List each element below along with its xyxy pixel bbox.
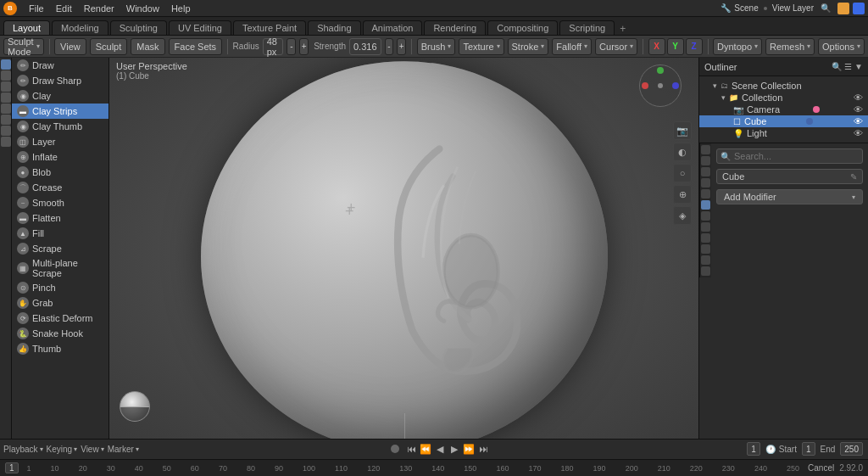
prop-tab-world[interactable]: [701, 189, 710, 199]
options-dropdown[interactable]: Options▾: [818, 38, 865, 55]
tab-scripting[interactable]: Scripting: [559, 20, 615, 35]
x-constraint[interactable]: X: [648, 38, 665, 55]
scene-light-item[interactable]: 💡 Light 👁: [699, 127, 868, 139]
brush-clay[interactable]: ◉ Clay: [12, 88, 108, 104]
gizmo-circle[interactable]: [639, 64, 682, 107]
sculpt-menu[interactable]: Sculpt: [90, 38, 128, 55]
left-tool-7[interactable]: [1, 126, 11, 136]
prop-tab-particles[interactable]: [701, 222, 710, 232]
brush-fill[interactable]: ▲ Fill: [12, 226, 108, 241]
scene-camera-item[interactable]: 📷 Camera 👁: [699, 104, 868, 115]
outliner-funnel-icon[interactable]: ▼: [854, 62, 863, 71]
strength-decrease[interactable]: -: [385, 38, 394, 55]
viewport-gizmo[interactable]: [639, 64, 690, 115]
brush-elastic-deform[interactable]: ⟳ Elastic Deform: [12, 311, 108, 326]
left-tool-3[interactable]: [1, 81, 11, 92]
brush-multiplane-scrape[interactable]: ▦ Multi-plane Scrape: [12, 256, 108, 280]
step-back-button[interactable]: ⏪: [419, 442, 432, 456]
gizmo-y-axis[interactable]: [657, 67, 664, 74]
prop-tab-output[interactable]: [701, 156, 710, 165]
tab-sculpting[interactable]: Sculpting: [110, 20, 167, 35]
scene-collection-root[interactable]: ▾ 🗂 Scene Collection: [699, 80, 868, 92]
radius-increase[interactable]: +: [299, 38, 309, 55]
brush-layer[interactable]: ◫ Layer: [12, 134, 108, 149]
current-frame-display[interactable]: 1: [747, 442, 760, 456]
object-name-field[interactable]: Cube ✎: [716, 169, 863, 184]
brush-blob[interactable]: ● Blob: [12, 165, 108, 180]
left-tool-5[interactable]: [1, 104, 11, 114]
left-tool-4[interactable]: [1, 92, 11, 103]
prop-tab-view-layer[interactable]: [701, 167, 710, 176]
menu-edit[interactable]: Edit: [51, 0, 77, 17]
outliner-filter-icon[interactable]: 🔍: [832, 62, 842, 71]
left-tool-2[interactable]: [1, 70, 11, 81]
texture-dropdown[interactable]: Texture▾: [459, 38, 504, 55]
prop-tab-object[interactable]: [701, 200, 710, 210]
left-tool-8[interactable]: [1, 137, 11, 147]
prop-tab-constraints[interactable]: [701, 244, 710, 254]
tab-modeling[interactable]: Modeling: [52, 20, 108, 35]
prop-tab-data[interactable]: [701, 255, 710, 265]
y-constraint[interactable]: Y: [667, 38, 684, 55]
camera-visibility-icon[interactable]: 👁: [854, 104, 863, 115]
cursor-dropdown[interactable]: Cursor▾: [595, 38, 637, 55]
scene-collection-item[interactable]: ▾ 📁 Collection 👁: [699, 92, 868, 104]
menu-help[interactable]: Help: [166, 0, 196, 17]
brush-snake-hook[interactable]: 🐍 Snake Hook: [12, 326, 108, 341]
tab-compositing[interactable]: Compositing: [487, 20, 558, 35]
radius-input[interactable]: 48 px: [263, 38, 284, 55]
brush-crease[interactable]: ⌒ Crease: [12, 180, 108, 195]
cube-visibility-icon[interactable]: 👁: [854, 116, 863, 126]
brush-dropdown[interactable]: Brush▾: [417, 38, 456, 55]
brush-clay-strips[interactable]: ▬ Clay Strips: [12, 104, 108, 119]
tab-animation[interactable]: Animation: [363, 20, 423, 35]
menu-file[interactable]: File: [24, 0, 49, 17]
viewport-overlay-icon[interactable]: ⊕: [673, 185, 692, 204]
dyntopo-dropdown[interactable]: Dyntopo▾: [713, 38, 762, 55]
scene-cube-item[interactable]: ☐ Cube 👁: [699, 115, 868, 127]
step-forward-button[interactable]: ⏩: [462, 442, 476, 456]
brush-clay-thumb[interactable]: ◉ Clay Thumb: [12, 119, 108, 134]
outliner-options-icon[interactable]: ☰: [844, 62, 852, 71]
brush-grab[interactable]: ✋ Grab: [12, 295, 108, 311]
viewport-shading-icon[interactable]: ○: [673, 164, 692, 182]
strength-increase[interactable]: +: [397, 38, 406, 55]
radius-decrease[interactable]: -: [287, 38, 296, 55]
jump-to-start-button[interactable]: ⏮: [404, 442, 418, 456]
tab-shading[interactable]: Shading: [308, 20, 360, 35]
prop-tab-physics[interactable]: [701, 233, 710, 243]
brush-inflate[interactable]: ⊕ Inflate: [12, 149, 108, 165]
prop-tab-modifiers[interactable]: [701, 211, 710, 221]
prop-tab-material[interactable]: [701, 266, 710, 276]
gizmo-x-axis[interactable]: [642, 82, 648, 89]
timeline-marker-menu[interactable]: Marker▾: [108, 445, 139, 454]
prop-tab-scene[interactable]: [701, 178, 710, 188]
menu-window[interactable]: Window: [121, 0, 164, 17]
menu-render[interactable]: Render: [79, 0, 120, 17]
status-cancel-button[interactable]: Cancel: [808, 463, 834, 473]
play-reverse-button[interactable]: ◀: [433, 442, 447, 456]
viewport-camera-icon[interactable]: 📷: [673, 121, 692, 140]
end-frame-display[interactable]: 250: [840, 442, 863, 456]
strength-input[interactable]: 0.316: [349, 38, 381, 55]
tab-uv-editing[interactable]: UV Editing: [169, 20, 231, 35]
brush-draw-sharp[interactable]: ✏ Draw Sharp: [12, 73, 108, 88]
properties-search-input[interactable]: [734, 151, 859, 161]
light-visibility-icon[interactable]: 👁: [854, 128, 863, 138]
tab-rendering[interactable]: Rendering: [424, 20, 486, 35]
viewport-3d[interactable]: User Perspective (1) Cube: [109, 58, 698, 439]
timeline-playback-menu[interactable]: Playback▾: [3, 445, 43, 454]
falloff-dropdown[interactable]: Falloff▾: [552, 38, 592, 55]
stroke-dropdown[interactable]: Stroke▾: [508, 38, 549, 55]
left-tool-1[interactable]: [1, 59, 11, 70]
brush-thumb[interactable]: 👍 Thumb: [12, 341, 108, 356]
remesh-dropdown[interactable]: Remesh▾: [765, 38, 815, 55]
view-menu[interactable]: View: [54, 38, 86, 55]
start-frame-display[interactable]: 1: [802, 442, 815, 456]
timeline-record-button[interactable]: [391, 445, 399, 453]
brush-pinch[interactable]: ⊙ Pinch: [12, 280, 108, 295]
tab-layout[interactable]: Layout: [3, 20, 50, 35]
brush-flatten[interactable]: ▬ Flatten: [12, 210, 108, 226]
brush-scrape[interactable]: ⊿ Scrape: [12, 241, 108, 256]
prop-tab-render[interactable]: [701, 145, 710, 154]
